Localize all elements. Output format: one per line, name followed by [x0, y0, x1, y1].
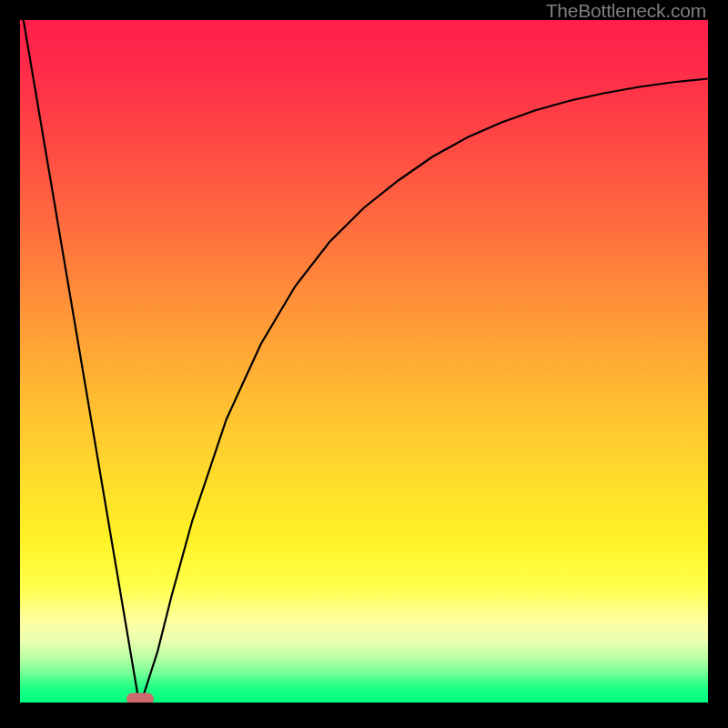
curve-layer: [20, 20, 708, 703]
watermark-text: TheBottleneck.com: [546, 0, 706, 22]
plot-area: [20, 20, 708, 703]
right-curve: [143, 79, 708, 699]
chart-frame: TheBottleneck.com: [0, 0, 728, 728]
bottleneck-marker: [126, 693, 154, 703]
left-line: [24, 20, 138, 699]
